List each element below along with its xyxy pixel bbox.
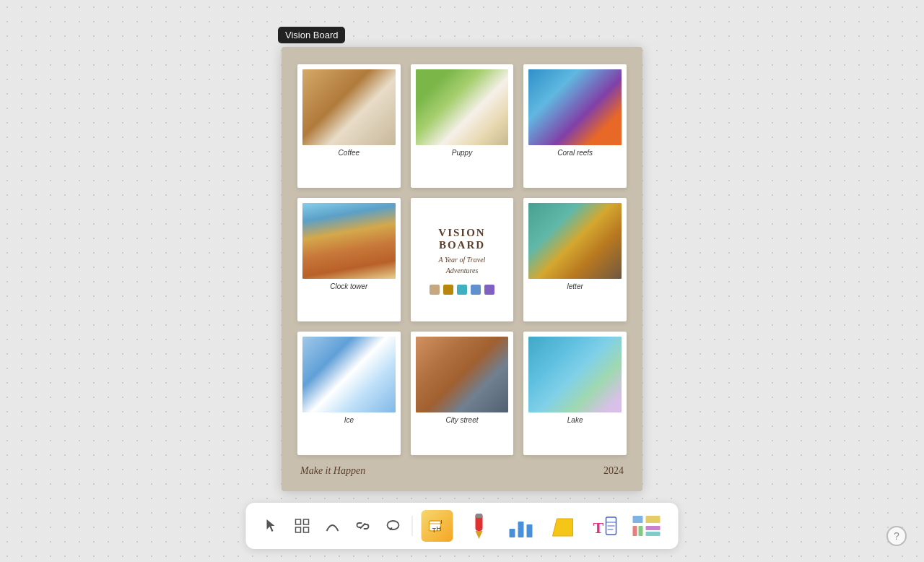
polaroid-puppy[interactable]: Puppy [411, 64, 514, 188]
svg-marker-17 [553, 519, 573, 536]
caption-coffee: Coffee [339, 149, 359, 157]
svg-text:H: H [437, 525, 442, 532]
select-tool[interactable] [259, 513, 285, 539]
photo-coral [528, 69, 622, 145]
svg-rect-15 [518, 522, 524, 537]
curve-tool[interactable] [320, 513, 346, 539]
photo-puppy [416, 69, 509, 145]
svg-rect-25 [639, 526, 643, 536]
help-icon: ? [894, 530, 899, 542]
photo-clock [302, 203, 396, 279]
footer-year: 2024 [603, 465, 624, 477]
svg-marker-0 [267, 519, 275, 532]
divider-1 [412, 516, 413, 536]
photo-ice [302, 337, 396, 412]
template-tool[interactable] [628, 509, 666, 543]
photo-lake [528, 337, 622, 412]
sticker-svg: T H I [427, 515, 448, 537]
caption-puppy: Puppy [452, 149, 472, 157]
template-icon [631, 510, 663, 542]
svg-rect-3 [296, 527, 301, 532]
cursor-icon [264, 518, 280, 534]
photo-grid: Coffee Puppy Coral reefs Clock tower VIS… [297, 64, 627, 455]
polaroid-letter[interactable]: letter [523, 198, 627, 321]
bottom-toolbar: T H I T [246, 503, 679, 549]
photo-letter [528, 203, 622, 279]
color-dot-2 [443, 285, 453, 295]
vision-board-canvas: Coffee Puppy Coral reefs Clock tower VIS… [282, 47, 642, 491]
curve-icon [325, 518, 341, 534]
grid-icon [295, 518, 310, 534]
caption-city: City street [445, 416, 478, 424]
svg-marker-12 [476, 531, 483, 539]
svg-rect-23 [633, 516, 643, 523]
polaroid-coffee[interactable]: Coffee [297, 64, 401, 188]
svg-rect-16 [527, 524, 533, 537]
caption-letter: letter [567, 282, 583, 290]
help-button[interactable]: ? [886, 526, 907, 546]
svg-rect-2 [304, 519, 309, 524]
link-tool[interactable] [350, 513, 376, 539]
board-subtitle: A Year of TravelAdventures [439, 254, 486, 276]
board-title: VISION BOARD [418, 227, 507, 251]
grid-tool[interactable] [289, 513, 315, 539]
polaroid-clock[interactable]: Clock tower [297, 198, 401, 321]
shape-tool[interactable] [544, 509, 582, 543]
chart-icon [507, 511, 536, 540]
caption-clock: Clock tower [330, 282, 367, 290]
polaroid-coral[interactable]: Coral reefs [523, 64, 627, 188]
comment-icon [385, 518, 401, 534]
photo-coffee [302, 69, 396, 145]
caption-lake: Lake [567, 416, 583, 424]
color-dot-1 [430, 285, 440, 295]
svg-point-5 [388, 521, 399, 529]
polaroid-ice[interactable]: Ice [297, 332, 401, 455]
caption-coral: Coral reefs [557, 149, 593, 157]
svg-text:I: I [441, 519, 443, 525]
svg-rect-28 [646, 532, 661, 536]
pen-icon [467, 510, 492, 542]
svg-rect-24 [633, 526, 637, 536]
color-palette [430, 285, 494, 295]
photo-city [416, 337, 509, 412]
color-dot-4 [471, 285, 481, 295]
pen-tool[interactable] [461, 509, 498, 543]
svg-rect-14 [510, 529, 515, 537]
polaroid-lake[interactable]: Lake [523, 332, 627, 455]
svg-rect-4 [304, 527, 309, 532]
link-icon [355, 518, 371, 534]
svg-rect-1 [296, 519, 301, 524]
svg-rect-27 [646, 526, 661, 530]
sticker-tool[interactable]: T H I [419, 509, 456, 543]
sticker-icon: T H I [422, 510, 453, 542]
svg-text:T: T [593, 519, 604, 537]
center-text-card: VISION BOARD A Year of TravelAdventures [411, 198, 514, 321]
color-dot-5 [484, 285, 494, 295]
svg-rect-13 [476, 514, 483, 518]
svg-rect-26 [646, 516, 661, 523]
board-footer: Make it Happen 2024 [297, 465, 627, 477]
polaroid-city[interactable]: City street [411, 332, 514, 455]
caption-ice: Ice [344, 416, 354, 424]
comment-tool[interactable] [380, 513, 406, 539]
tooltip-label: Vision Board [278, 27, 345, 43]
chart-tool[interactable] [502, 509, 540, 543]
color-dot-3 [457, 285, 467, 295]
text-icon: T [589, 510, 621, 542]
footer-motto: Make it Happen [300, 465, 365, 477]
text-tool[interactable]: T [586, 509, 624, 543]
shape-icon [547, 510, 579, 542]
